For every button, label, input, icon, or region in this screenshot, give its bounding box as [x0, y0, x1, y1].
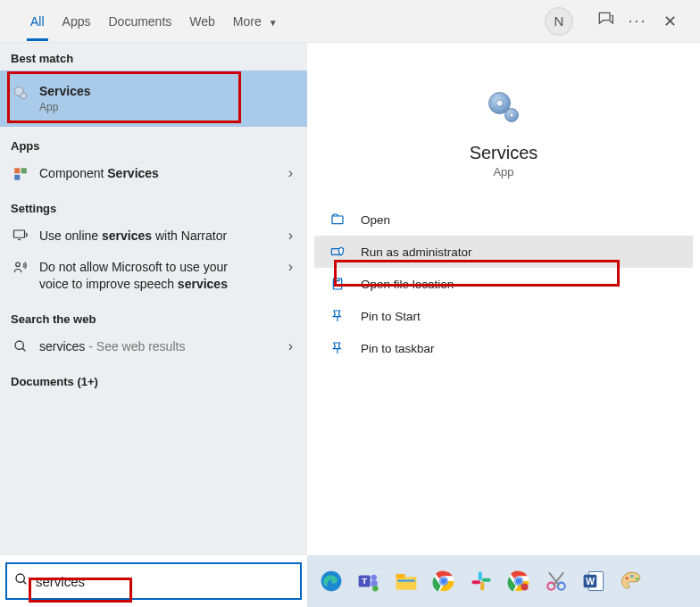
action-open[interactable]: Open	[314, 204, 693, 236]
result-speech-services[interactable]: Do not allow Microsoft to use your voice…	[0, 252, 307, 300]
svg-text:T: T	[362, 576, 367, 586]
footer: T W	[0, 555, 700, 607]
more-options-icon[interactable]: ···	[621, 12, 654, 30]
section-apps: Apps	[0, 127, 307, 158]
action-open-file-location[interactable]: Open file location	[314, 268, 693, 300]
action-run-as-administrator[interactable]: Run as administrator	[314, 236, 693, 268]
svg-rect-4	[14, 175, 20, 180]
taskbar-paint-icon[interactable]	[618, 568, 645, 595]
folder-location-icon	[327, 277, 348, 291]
chevron-right-icon[interactable]: ›	[285, 165, 296, 181]
svg-rect-12	[332, 216, 343, 224]
svg-rect-5	[14, 230, 25, 237]
detail-title: Services	[307, 143, 700, 163]
svg-rect-3	[21, 168, 27, 173]
pin-icon	[327, 309, 348, 323]
svg-rect-29	[479, 571, 482, 580]
result-services-app[interactable]: Services App	[0, 71, 307, 127]
svg-point-37	[521, 583, 528, 590]
svg-point-6	[16, 262, 21, 267]
svg-point-7	[15, 341, 23, 349]
search-box[interactable]	[5, 562, 302, 600]
chevron-right-icon[interactable]: ›	[285, 259, 296, 275]
svg-rect-2	[14, 168, 20, 173]
result-title: Services	[39, 83, 296, 100]
feedback-icon[interactable]	[589, 10, 621, 32]
user-avatar[interactable]: N	[545, 7, 573, 36]
section-settings: Settings	[0, 189, 307, 220]
detail-panel: Services App Open Run as administrator	[307, 43, 700, 555]
taskbar-snip-icon[interactable]	[543, 568, 570, 595]
taskbar-chrome-canary-icon[interactable]	[505, 568, 532, 595]
result-label: Use online services with Narrator	[39, 228, 285, 245]
taskbar-slack-icon[interactable]	[468, 568, 495, 595]
monitor-icon	[11, 229, 30, 243]
result-label: services - See web results	[39, 338, 285, 355]
svg-point-45	[636, 578, 638, 580]
svg-rect-24	[397, 579, 415, 581]
taskbar-word-icon[interactable]: W	[580, 568, 607, 595]
open-icon	[327, 212, 348, 227]
close-icon[interactable]: ✕	[654, 12, 686, 31]
taskbar-chrome-icon[interactable]	[430, 568, 457, 595]
svg-point-43	[626, 577, 629, 579]
search-input[interactable]	[36, 574, 300, 589]
svg-point-36	[516, 578, 522, 585]
result-narrator-services[interactable]: Use online services with Narrator ›	[0, 220, 307, 252]
person-speak-icon	[11, 260, 30, 276]
pin-icon	[327, 341, 348, 355]
svg-point-44	[630, 575, 633, 578]
taskbar-teams-icon[interactable]: T	[355, 568, 382, 595]
svg-rect-30	[482, 578, 491, 582]
action-label: Run as administrator	[361, 245, 472, 259]
result-web-search[interactable]: services - See web results ›	[0, 331, 307, 362]
action-pin-to-start[interactable]: Pin to Start	[314, 300, 693, 332]
search-icon	[11, 339, 30, 353]
svg-rect-31	[480, 582, 484, 591]
chevron-right-icon[interactable]: ›	[285, 338, 296, 354]
svg-rect-32	[471, 580, 480, 584]
svg-point-28	[441, 578, 447, 585]
tab-all[interactable]: All	[21, 2, 54, 41]
chevron-right-icon[interactable]: ›	[285, 228, 296, 244]
results-column: Best match Services App Apps Component S…	[0, 43, 307, 555]
tab-more[interactable]: More ▼	[224, 2, 287, 41]
svg-rect-14	[333, 279, 341, 289]
gear-icon	[11, 84, 30, 102]
svg-point-11	[510, 113, 514, 118]
filter-tabs: All Apps Documents Web More ▼ N ··· ✕	[0, 0, 700, 43]
svg-rect-22	[396, 577, 417, 590]
search-icon	[7, 572, 36, 590]
tab-apps[interactable]: Apps	[54, 2, 100, 41]
result-label: Do not allow Microsoft to use your voice…	[39, 259, 285, 293]
chevron-down-icon: ▼	[269, 18, 278, 28]
svg-point-9	[496, 100, 504, 107]
svg-point-21	[372, 586, 379, 592]
taskbar-edge-icon[interactable]	[318, 568, 345, 595]
svg-point-15	[16, 574, 24, 582]
svg-point-19	[371, 575, 377, 581]
section-search-web: Search the web	[0, 300, 307, 331]
svg-point-1	[21, 93, 27, 99]
detail-subtitle: App	[307, 165, 700, 179]
result-label: Component Services	[39, 165, 285, 182]
svg-text:W: W	[586, 576, 595, 586]
shield-admin-icon	[327, 245, 348, 259]
taskbar-explorer-icon[interactable]	[393, 568, 420, 595]
action-label: Open	[361, 213, 390, 227]
tab-documents[interactable]: Documents	[99, 2, 180, 41]
component-icon	[11, 166, 30, 182]
action-pin-to-taskbar[interactable]: Pin to taskbar	[314, 332, 693, 364]
result-component-services[interactable]: Component Services ›	[0, 158, 307, 189]
tab-web[interactable]: Web	[180, 2, 224, 41]
tab-more-label: More	[233, 14, 262, 29]
action-label: Open file location	[361, 278, 454, 291]
taskbar: T W	[307, 555, 700, 607]
svg-rect-23	[396, 574, 405, 578]
action-label: Pin to Start	[361, 310, 421, 323]
services-large-icon	[475, 79, 532, 136]
result-subtitle: App	[39, 100, 296, 114]
section-best-match: Best match	[0, 43, 307, 71]
action-label: Pin to taskbar	[361, 342, 435, 355]
section-documents: Documents (1+)	[0, 362, 307, 394]
